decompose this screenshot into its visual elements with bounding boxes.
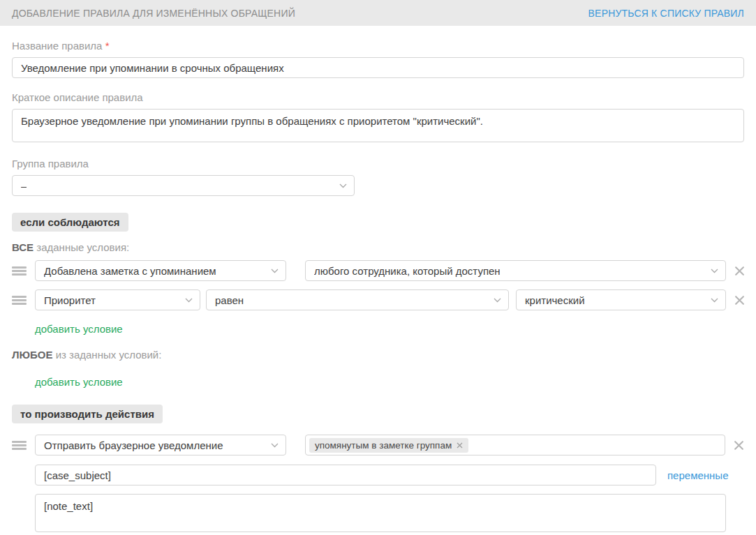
notification-subject-input[interactable]	[35, 465, 656, 485]
remove-condition-icon[interactable]	[734, 266, 745, 276]
notification-subject-row: переменные	[35, 465, 744, 485]
condition-row: Приоритет равен критический	[12, 289, 744, 310]
add-condition-link[interactable]: добавить условие	[35, 323, 123, 335]
remove-action-icon[interactable]	[734, 440, 744, 451]
notification-body-textarea[interactable]: [note_text]	[35, 494, 726, 532]
chevron-down-icon	[494, 298, 501, 303]
rule-form: Название правила * Краткое описание прав…	[0, 40, 756, 534]
condition-row: Добавлена заметка с упоминанием любого с…	[12, 260, 744, 281]
chevron-down-icon	[711, 269, 718, 273]
drag-handle-icon[interactable]	[12, 265, 27, 277]
add-condition-link[interactable]: добавить условие	[35, 376, 123, 388]
rule-description-label: Краткое описание правила	[12, 91, 744, 103]
rule-name-label: Название правила *	[12, 40, 744, 52]
drag-handle-icon[interactable]	[12, 294, 27, 306]
conditions-all-label: ВСЕ заданные условия:	[12, 241, 744, 253]
chevron-down-icon	[271, 269, 279, 273]
action-recipients-field[interactable]: упомянутым в заметке группам	[305, 435, 725, 455]
remove-tag-icon[interactable]	[457, 442, 463, 449]
condition-value-select[interactable]: критический	[516, 289, 726, 310]
rule-description-textarea[interactable]: Браузерное уведомление при упоминании гр…	[12, 109, 744, 142]
action-row: Отправить браузерное уведомление упомяну…	[12, 435, 744, 455]
condition-field-select[interactable]: Приоритет	[35, 289, 200, 310]
required-asterisk: *	[105, 40, 110, 52]
rule-name-input[interactable]	[12, 57, 744, 78]
back-to-rules-link[interactable]: ВЕРНУТЬСЯ К СПИСКУ ПРАВИЛ	[588, 8, 744, 19]
variables-link[interactable]: переменные	[667, 469, 729, 481]
chevron-down-icon	[711, 298, 718, 303]
condition-operator-select[interactable]: равен	[206, 289, 509, 310]
chevron-down-icon	[271, 443, 279, 448]
rule-group-select[interactable]: –	[12, 175, 355, 196]
condition-field-select[interactable]: Добавлена заметка с упоминанием	[35, 260, 286, 281]
chevron-down-icon	[185, 298, 193, 303]
rule-group-label: Группа правила	[12, 158, 744, 169]
page-title: ДОБАВЛЕНИЕ ПРАВИЛА ДЛЯ ИЗМЕНЁННЫХ ОБРАЩЕ…	[12, 8, 295, 19]
page-header: ДОБАВЛЕНИЕ ПРАВИЛА ДЛЯ ИЗМЕНЁННЫХ ОБРАЩЕ…	[0, 0, 756, 26]
action-type-select[interactable]: Отправить браузерное уведомление	[35, 435, 286, 455]
remove-condition-icon[interactable]	[734, 295, 745, 306]
conditions-badge: если соблюдаются	[12, 213, 128, 232]
conditions-any-label: ЛЮБОЕ из заданных условий:	[12, 349, 744, 361]
actions-badge: то производить действия	[12, 405, 163, 423]
drag-handle-icon[interactable]	[12, 439, 27, 451]
condition-value-select[interactable]: любого сотрудника, который доступен	[305, 260, 726, 281]
recipient-tag: упомянутым в заметке группам	[309, 438, 468, 453]
chevron-down-icon	[339, 183, 347, 188]
